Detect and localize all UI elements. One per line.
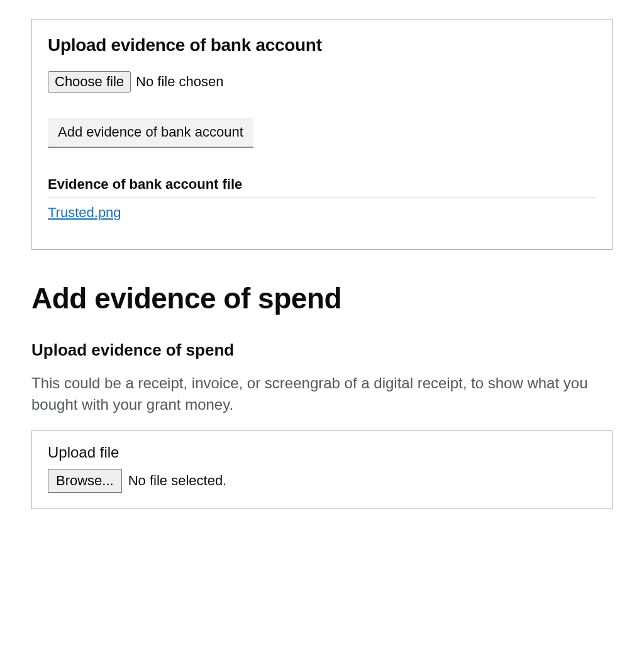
bank-file-picker: Choose file No file chosen — [48, 71, 224, 93]
spend-subsection-heading: Upload evidence of spend — [31, 340, 613, 360]
bank-file-heading: Evidence of bank account file — [48, 176, 596, 198]
spend-file-picker: Browse... No file selected. — [48, 469, 226, 493]
upload-file-label: Upload file — [48, 444, 596, 461]
choose-file-button[interactable]: Choose file — [48, 71, 131, 93]
bank-evidence-panel: Upload evidence of bank account Choose f… — [31, 19, 613, 250]
bank-panel-title: Upload evidence of bank account — [48, 35, 596, 55]
choose-file-status: No file chosen — [136, 74, 223, 90]
browse-status: No file selected. — [128, 473, 227, 489]
spend-section-heading: Add evidence of spend — [31, 281, 613, 315]
spend-upload-panel: Upload file Browse... No file selected. — [31, 430, 613, 509]
add-bank-evidence-button[interactable]: Add evidence of bank account — [48, 118, 253, 148]
bank-file-link[interactable]: Trusted.png — [48, 205, 121, 221]
browse-button[interactable]: Browse... — [48, 469, 122, 493]
spend-hint-text: This could be a receipt, invoice, or scr… — [31, 373, 613, 415]
